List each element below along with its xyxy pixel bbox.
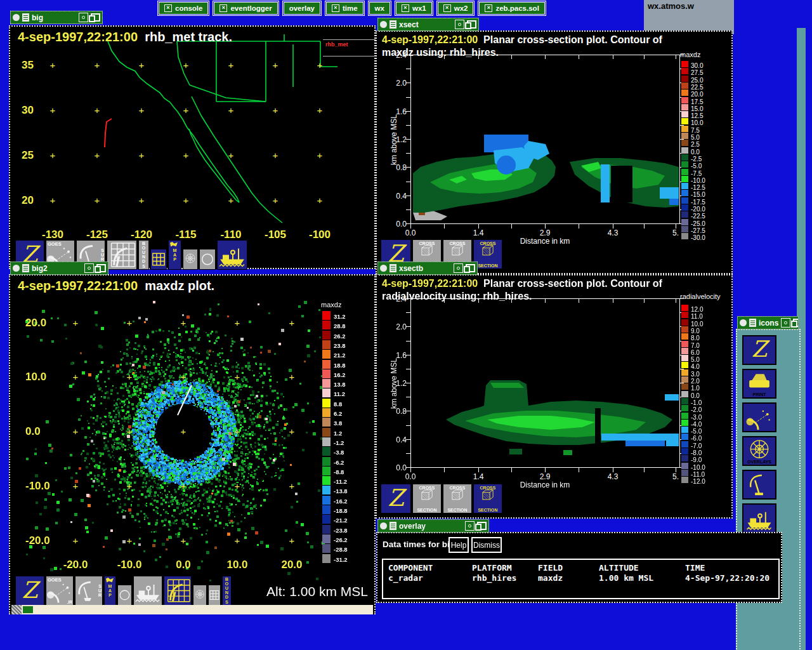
partial-window-wx-atmos[interactable]: wx.atmos.w: [644, 0, 734, 34]
x-axis-title: Distance in km: [520, 481, 570, 489]
radar-grid-icon-button[interactable]: [107, 240, 137, 270]
iconify-icon[interactable]: [454, 263, 463, 273]
colorbar-entry: -31.2: [322, 554, 348, 563]
grid-plus-mark: +: [289, 426, 295, 437]
bounds-icon-button[interactable]: BOUNDS: [222, 576, 232, 606]
window-titlebar-overlay[interactable]: overlay: [377, 519, 489, 533]
colorbar-swatch: [681, 305, 688, 311]
zoom-window-icon[interactable]: [477, 522, 487, 530]
checkbox-icon: ×: [332, 4, 339, 12]
y-tick: [406, 69, 410, 69]
window-menu-icon[interactable]: [380, 522, 387, 529]
window-doc-icon[interactable]: [22, 264, 29, 272]
taskbar-button-time[interactable]: ×time: [326, 2, 363, 15]
zoom-window-icon[interactable]: [96, 264, 106, 272]
colorbar-entry: 18.8: [322, 360, 346, 369]
window-doc-icon[interactable]: [22, 13, 29, 22]
grid-plus-mark: +: [289, 317, 295, 328]
goes-satellite-icon-button[interactable]: [742, 402, 776, 432]
colorbar-entry: 1.2: [322, 428, 342, 437]
window-menu-icon[interactable]: [740, 319, 747, 326]
grid-small-icon-button[interactable]: [150, 249, 167, 270]
cross-section-icon-button[interactable]: CROSSSECTION: [473, 484, 502, 514]
radar-grid-icon-button[interactable]: [164, 576, 192, 606]
colorbar-entry: -21.2: [322, 515, 348, 524]
grid-plus-mark: +: [289, 535, 295, 546]
map-icon-button[interactable]: MAP: [104, 576, 116, 606]
polar-grid-icon-button[interactable]: [193, 585, 207, 606]
zoom-window-icon[interactable]: [91, 13, 100, 22]
iconify-icon[interactable]: [79, 13, 88, 22]
taskbar-button-zeb.pacs.sol[interactable]: ×zeb.pacs.sol: [479, 2, 544, 15]
taskbar-button-wx[interactable]: wx: [369, 2, 390, 15]
taskbar-button-label: time: [343, 4, 358, 12]
window-titlebar-xsectb[interactable]: xsectb: [377, 262, 478, 275]
window-titlebar-icons[interactable]: icons: [737, 316, 799, 329]
taskbar-button-eventlogger[interactable]: ×eventlogger: [214, 2, 277, 15]
colorbar-swatch: [681, 455, 688, 461]
circle-icon-button[interactable]: [199, 249, 216, 270]
ship-icon-button[interactable]: [742, 503, 776, 533]
colorbar-swatch: [322, 340, 331, 349]
window-menu-icon[interactable]: [380, 265, 387, 272]
iconify-icon[interactable]: [455, 20, 464, 29]
x-tick-label: -100: [309, 229, 331, 241]
y-tick: [406, 125, 410, 126]
grid-plus-mark: +: [228, 195, 234, 206]
taskbar-button-overlay[interactable]: overlay: [284, 2, 320, 15]
goes-satellite-icon-button[interactable]: GOES.IR: [46, 576, 74, 606]
plot-time: 4-sep-1997,22:21:00: [18, 279, 138, 293]
y-tick: [406, 223, 410, 224]
dismiss-button[interactable]: Dismiss: [471, 537, 502, 553]
window-doc-icon[interactable]: [749, 319, 756, 327]
zoom-window-icon[interactable]: [467, 20, 476, 29]
grid-plus-mark: +: [95, 195, 100, 206]
checkbox-icon: ×: [219, 4, 227, 12]
scrollbar-thumb[interactable]: [23, 606, 33, 613]
iconify-icon[interactable]: [84, 263, 94, 273]
grid-plus-mark: +: [317, 105, 323, 116]
zebra-logo-icon-button[interactable]: Z: [15, 576, 44, 606]
window-menu-icon[interactable]: [13, 265, 20, 272]
radar-dish-icon-button[interactable]: [742, 470, 776, 500]
window-menu-icon[interactable]: [380, 21, 387, 28]
window-menu-icon[interactable]: [13, 14, 20, 21]
iconify-icon[interactable]: [781, 318, 790, 328]
ship-icon-button[interactable]: [133, 576, 162, 606]
window-titlebar-big[interactable]: big: [10, 11, 103, 24]
grid-small-icon-button[interactable]: [208, 585, 221, 606]
zebra-logo-icon-button[interactable]: Z: [381, 484, 411, 514]
colorbar-entry: -8.8: [322, 467, 344, 475]
cross-section-icon-button[interactable]: CROSSSECTION: [443, 484, 472, 514]
colorbar-swatch: [681, 441, 688, 448]
zebra-logo-icon-button[interactable]: Z: [742, 335, 776, 365]
plot-time: 4-sep-1997,22:21:00: [382, 278, 478, 289]
taskbar-button-console[interactable]: ×console: [159, 2, 208, 15]
print-icon-button[interactable]: PRINT: [742, 369, 776, 399]
horizontal-scrollbar[interactable]: [11, 605, 373, 614]
map-icon-button[interactable]: MAP: [168, 240, 181, 270]
window-title-label: icons: [759, 319, 778, 328]
grid-plus-mark: +: [183, 105, 189, 116]
colorbar-entry: -3.8: [322, 447, 344, 456]
bounds-icon-button[interactable]: BOUNDS: [138, 240, 149, 270]
cross-section-icon-button[interactable]: CROSSSECTION: [412, 484, 442, 514]
help-button[interactable]: Help: [449, 537, 469, 553]
circle-icon-button[interactable]: [117, 585, 132, 606]
window-titlebar-big2[interactable]: big2: [10, 262, 108, 275]
polar-grid-icon-button[interactable]: [183, 249, 198, 270]
taskbar-button-wx1[interactable]: ×wx1: [396, 2, 432, 15]
zoom-window-icon[interactable]: [793, 319, 799, 327]
overlays-icon-button[interactable]: OVERLAYS: [742, 436, 776, 466]
window-titlebar-xsect[interactable]: xsect: [377, 18, 479, 31]
iconify-icon[interactable]: [465, 521, 475, 531]
window-doc-icon[interactable]: [390, 264, 396, 272]
grid-plus-mark: +: [273, 105, 278, 116]
ship-icon-button[interactable]: [217, 240, 247, 270]
taskbar-button-wx2[interactable]: ×wx2: [438, 2, 474, 15]
window-doc-icon[interactable]: [390, 20, 396, 29]
surface-dish-icon-button[interactable]: SUR: [75, 576, 103, 606]
window-doc-icon[interactable]: [390, 522, 396, 530]
zoom-window-icon[interactable]: [466, 264, 475, 272]
plot-header: 4-sep-1997,22:21:00 rhb_met track.: [18, 30, 232, 44]
